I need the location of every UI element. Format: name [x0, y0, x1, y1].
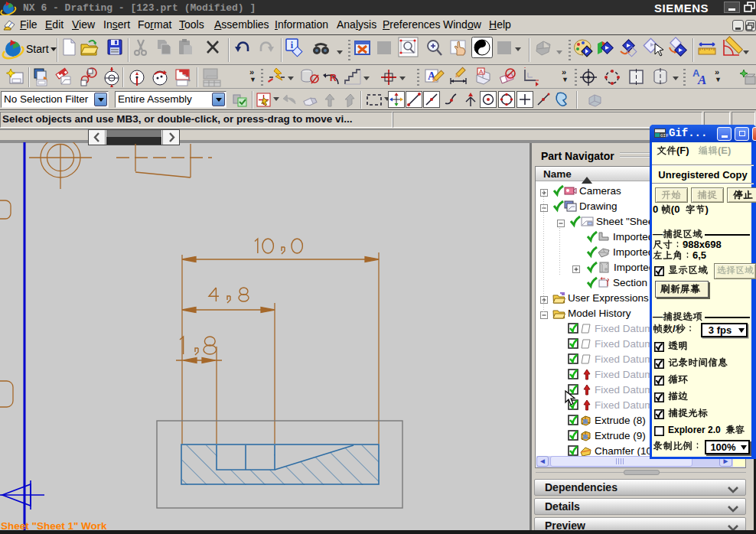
svg-text:(E): (E): [718, 145, 731, 156]
svg-text:0: 0: [653, 204, 658, 215]
svg-text:A: A: [697, 73, 706, 87]
svg-text:—: —: [653, 311, 663, 322]
svg-text:756x534: 756x534: [683, 239, 722, 250]
svg-text:—: —: [653, 228, 663, 239]
svg-text:GIF: GIF: [660, 133, 669, 138]
svg-text:/: /: [673, 323, 676, 334]
svg-text:6,5: 6,5: [692, 249, 706, 261]
svg-text:Explorer 2.0: Explorer 2.0: [668, 425, 721, 435]
svg-text:A: A: [479, 68, 484, 75]
svg-text:(F): (F): [676, 145, 689, 156]
svg-text:): ): [705, 204, 709, 215]
svg-text:(0: (0: [671, 204, 680, 215]
svg-text:R: R: [330, 73, 337, 83]
